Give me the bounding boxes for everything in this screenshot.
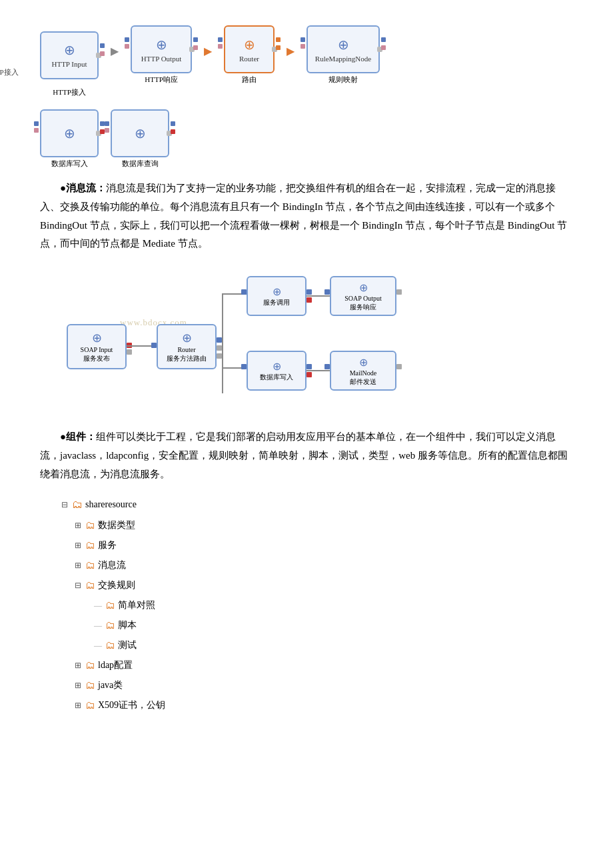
tree-item-datatypes: ⊞ 🗂 数据类型 xyxy=(73,515,573,535)
text-block-1: ●消息流：消息流是我们为了支持一定的业务功能，把交换组件有机的组合在一起，安排流… xyxy=(40,179,573,253)
tree-label-ldap: ldap配置 xyxy=(98,656,133,675)
node-http-input: ⊕ HTTP Input xyxy=(40,31,99,79)
tree-item-test: — 🗂 测试 xyxy=(93,635,573,655)
tree-label-script: 脚本 xyxy=(118,616,137,635)
diagram1-row1-labels: HTTP接入 xyxy=(40,87,573,97)
node-dbwrite-wrap: ⊕ 数据库写入 xyxy=(40,109,99,169)
d2-service-call: ⊕ 服务调用 xyxy=(247,276,306,316)
tree-label-exchange: 交换规则 xyxy=(98,576,135,595)
arrow2: ▶ xyxy=(204,45,212,57)
tree-root-label: shareresource xyxy=(85,495,137,514)
d2-soap-output: ⊕ SOAP Output服务响应 xyxy=(330,276,396,316)
tree-item-simple: — 🗂 简单对照 xyxy=(93,595,573,615)
diagram2: www.bdocx.com ⊕ SOAP Input服务发布 ⊕ Router服… xyxy=(67,264,466,417)
diagram1-row2: ⊕ 数据库写入 ⊕ 数据库查询 xyxy=(40,109,573,169)
dbwrite-label: 数据库写入 xyxy=(51,159,88,169)
tree-item-service: ⊞ 🗂 服务 xyxy=(73,535,573,555)
node-dbquery-wrap: ⊕ 数据库查询 xyxy=(111,109,169,169)
d2-dbwrite2: ⊕ 数据库写入 xyxy=(247,351,306,391)
tree-item-java: ⊞ 🗂 java类 xyxy=(73,675,573,695)
line-4 xyxy=(306,295,333,297)
d2-soap-input: ⊕ SOAP Input服务发布 xyxy=(67,324,127,369)
tree-label-x509: X509证书，公钥 xyxy=(98,696,165,715)
tree-item-exchange: ⊟ 🗂 交换规则 xyxy=(73,575,573,595)
tree-label-msgflow: 消息流 xyxy=(98,556,126,575)
http-output-label: HTTP响应 xyxy=(145,75,178,85)
tree-item-ldap: ⊞ 🗂 ldap配置 xyxy=(73,655,573,675)
tree-item-script: — 🗂 脚本 xyxy=(93,615,573,635)
file-tree: ⊟ 🗂 shareresource ⊞ 🗂 数据类型 ⊞ 🗂 服务 ⊞ 🗂 消息… xyxy=(60,494,573,715)
tree-label-simple: 简单对照 xyxy=(118,596,155,615)
arrow1: ▶ xyxy=(111,45,119,57)
tree-label-service: 服务 xyxy=(98,536,117,555)
line-3-v xyxy=(222,347,223,393)
diagram1-row1: ⊕ HTTP Input HTTP接入 ▶ ⊕ HTTP Output HTTP… xyxy=(40,25,573,85)
node-router-wrap: ⊕ Router 路由 xyxy=(224,25,275,85)
tree-label-test: 测试 xyxy=(118,636,137,655)
line-2-v xyxy=(222,293,223,347)
line-5 xyxy=(306,370,333,371)
tree-label-java: java类 xyxy=(98,676,123,695)
node-http-output-wrap: ⊕ HTTP Output HTTP响应 xyxy=(131,25,192,85)
tree-item-msgflow: ⊞ 🗂 消息流 xyxy=(73,555,573,575)
arrow3: ▶ xyxy=(287,45,295,57)
node-rulemapping-wrap: ⊕ RuleMappingNode 规则映射 xyxy=(306,25,380,85)
tree-item-x509: ⊞ 🗂 X509证书，公钥 xyxy=(73,695,573,715)
d2-mailnode: ⊕ MailNode邮件发送 xyxy=(330,351,396,391)
d2-router: ⊕ Router服务方法路由 xyxy=(157,324,217,369)
rulemapping-label: 规则映射 xyxy=(328,75,358,85)
tree-label-datatypes: 数据类型 xyxy=(98,516,135,535)
text-block-2: ●组件：组件可以类比于工程，它是我们部署的启动用友应用平台的基本单位，在一个组件… xyxy=(40,428,573,483)
tree-root: ⊟ 🗂 shareresource xyxy=(60,494,573,515)
dbquery-label: 数据库查询 xyxy=(122,159,159,169)
router-label: 路由 xyxy=(242,75,257,85)
